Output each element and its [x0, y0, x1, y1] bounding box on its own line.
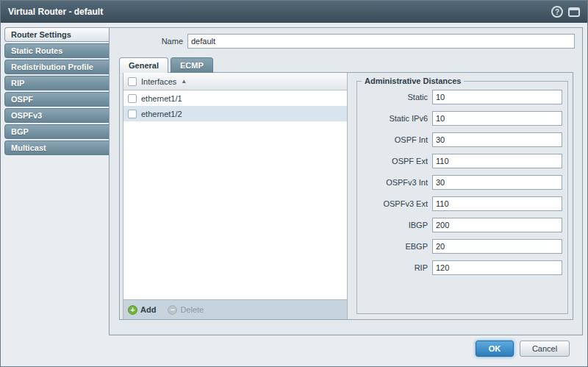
ebgp-input[interactable]	[432, 239, 562, 254]
interfaces-table: Interfaces ▲ ethernet1/1 ethernet1/2 + A…	[123, 73, 348, 319]
field-row-rip: RIP	[357, 260, 567, 275]
sidebar-item-ospfv3[interactable]: OSPFv3	[4, 108, 110, 123]
field-row-ospfv3-ext: OSPFv3 Ext	[357, 196, 567, 211]
sidebar-item-router-settings[interactable]: Router Settings	[4, 27, 110, 42]
field-row-ospf-ext: OSPF Ext	[357, 154, 567, 168]
static-label: Static	[357, 93, 432, 101]
ospfv3-int-label: OSPFv3 Int	[357, 178, 432, 187]
table-empty-area	[123, 121, 347, 299]
administrative-distances-fieldset: Administrative Distances Static Static I…	[356, 76, 568, 314]
field-row-ebgp: EBGP	[357, 239, 567, 254]
ibgp-input[interactable]	[432, 218, 562, 232]
ospf-int-label: OSPF Int	[357, 135, 432, 144]
titlebar: Virtual Router - default ?	[1, 1, 587, 23]
field-row-ospfv3-int: OSPFv3 Int	[357, 175, 567, 190]
cancel-button[interactable]: Cancel	[520, 341, 570, 357]
detach-window-icon[interactable]	[568, 7, 580, 17]
router-settings-panel: Name General ECMP Interfaces ▲ ethernet1…	[109, 27, 583, 335]
ospf-ext-label: OSPF Ext	[357, 157, 432, 165]
ospf-int-input[interactable]	[432, 132, 562, 147]
interfaces-header-label: Interfaces	[141, 77, 176, 86]
row-checkbox[interactable]	[128, 110, 137, 118]
table-row[interactable]: ethernet1/2	[123, 106, 347, 121]
ospfv3-ext-input[interactable]	[432, 196, 562, 211]
sidebar: Router Settings Static Routes Redistribu…	[4, 27, 110, 157]
add-button-label: Add	[140, 305, 156, 314]
select-all-checkbox[interactable]	[128, 77, 137, 86]
field-row-static: Static	[357, 90, 567, 104]
general-tab-content: Interfaces ▲ ethernet1/1 ethernet1/2 + A…	[119, 72, 573, 320]
interfaces-column-header[interactable]: Interfaces ▲	[123, 73, 347, 90]
sidebar-item-static-routes[interactable]: Static Routes	[4, 43, 110, 58]
ospfv3-ext-label: OSPFv3 Ext	[357, 199, 432, 208]
name-row: Name	[110, 34, 575, 49]
ospfv3-int-input[interactable]	[432, 175, 562, 190]
static-ipv6-input[interactable]	[432, 111, 562, 126]
rip-label: RIP	[357, 263, 432, 272]
help-icon[interactable]: ?	[551, 6, 563, 18]
static-input[interactable]	[432, 90, 562, 104]
dialog-footer: OK Cancel	[476, 341, 570, 357]
name-input[interactable]	[187, 34, 575, 49]
ospf-ext-input[interactable]	[432, 154, 562, 168]
table-row[interactable]: ethernet1/1	[123, 90, 347, 106]
administrative-distances-title: Administrative Distances	[362, 76, 464, 85]
ibgp-label: IBGP	[357, 221, 432, 229]
static-ipv6-label: Static IPv6	[357, 114, 432, 123]
delete-button-label: Delete	[180, 305, 204, 314]
sidebar-item-rip[interactable]: RIP	[4, 76, 110, 90]
sidebar-item-bgp[interactable]: BGP	[4, 124, 110, 139]
rip-input[interactable]	[432, 260, 562, 275]
table-toolbar: + Add − Delete	[123, 299, 347, 319]
tabstrip: General ECMP	[119, 57, 582, 73]
sidebar-item-multicast[interactable]: Multicast	[4, 140, 110, 155]
row-checkbox[interactable]	[128, 94, 137, 103]
add-plus-icon: +	[128, 305, 137, 315]
tab-general[interactable]: General	[119, 57, 168, 73]
name-label: Name	[110, 37, 187, 46]
delete-minus-icon: −	[168, 305, 177, 315]
field-row-ospf-int: OSPF Int	[357, 132, 567, 147]
tab-ecmp[interactable]: ECMP	[171, 57, 213, 73]
sidebar-item-ospf[interactable]: OSPF	[4, 92, 110, 107]
sort-asc-icon: ▲	[181, 78, 187, 85]
field-row-static-ipv6: Static IPv6	[357, 111, 567, 126]
add-button[interactable]: + Add	[128, 305, 156, 315]
interface-name: ethernet1/1	[141, 94, 182, 103]
sidebar-item-redistribution-profile[interactable]: Redistribution Profile	[4, 60, 110, 74]
delete-button[interactable]: − Delete	[168, 305, 204, 315]
virtual-router-dialog: Virtual Router - default ? Router Settin…	[0, 0, 588, 367]
field-row-ibgp: IBGP	[357, 218, 567, 232]
ok-button[interactable]: OK	[476, 341, 514, 357]
ebgp-label: EBGP	[357, 242, 432, 251]
dialog-title: Virtual Router - default	[8, 7, 551, 17]
interface-name: ethernet1/2	[141, 110, 182, 118]
